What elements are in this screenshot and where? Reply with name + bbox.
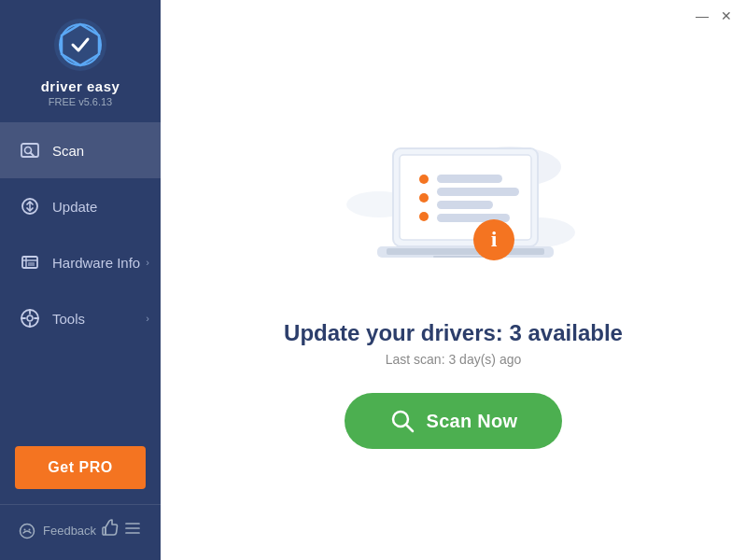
app-logo-icon [52, 17, 108, 73]
sidebar-item-scan[interactable]: Scan [0, 122, 161, 178]
sidebar: driver easy FREE v5.6.13 Scan [0, 0, 161, 560]
logo-area: driver easy FREE v5.6.13 [0, 0, 161, 122]
minimize-button[interactable]: — [694, 7, 711, 24]
feedback-icon [19, 523, 35, 539]
scan-now-button[interactable]: Scan Now [345, 393, 563, 449]
scan-nav-icon [19, 139, 41, 161]
svg-rect-10 [28, 262, 35, 266]
scan-now-label: Scan Now [427, 411, 518, 432]
illustration: i [323, 111, 584, 298]
svg-line-42 [406, 425, 413, 431]
sidebar-footer: Feedback [0, 504, 161, 560]
sidebar-item-hardware-info[interactable]: Hardware Info › [0, 234, 161, 290]
logo-text: driver easy [41, 78, 120, 94]
update-nav-icon [19, 195, 41, 217]
svg-rect-34 [437, 201, 493, 209]
main-subtitle: Last scan: 3 day(s) ago [386, 352, 522, 367]
svg-line-4 [31, 153, 35, 157]
main-title: Update your drivers: 3 available [284, 320, 623, 346]
nav-items: Scan Update [0, 122, 161, 437]
feedback-label: Feedback [43, 524, 96, 538]
sidebar-item-tools[interactable]: Tools › [0, 290, 161, 346]
update-nav-label: Update [52, 199, 97, 215]
title-bar: — ✕ [683, 0, 746, 32]
svg-rect-20 [103, 527, 106, 535]
like-icon[interactable] [100, 518, 120, 543]
list-icon[interactable] [123, 519, 142, 542]
main-content: i Update your drivers: 3 available Last … [161, 0, 746, 560]
logo-version: FREE v5.6.13 [49, 96, 112, 107]
svg-rect-33 [437, 188, 519, 196]
svg-point-30 [419, 193, 429, 203]
hardware-info-nav-label: Hardware Info [52, 255, 140, 271]
get-pro-button[interactable]: Get PRO [15, 446, 146, 489]
scan-button-icon [389, 408, 415, 434]
svg-point-12 [27, 315, 33, 321]
svg-point-31 [419, 212, 429, 221]
svg-point-29 [419, 175, 429, 184]
hardware-info-nav-icon [19, 251, 41, 273]
svg-text:i: i [490, 227, 497, 251]
tools-nav-label: Tools [52, 311, 85, 327]
hardware-info-chevron: › [146, 257, 149, 268]
scan-nav-label: Scan [52, 143, 84, 159]
tools-nav-icon [19, 307, 41, 329]
svg-point-19 [29, 528, 31, 530]
svg-point-18 [24, 528, 26, 530]
close-button[interactable]: ✕ [718, 7, 735, 24]
svg-rect-32 [437, 175, 502, 183]
svg-rect-37 [387, 248, 544, 255]
tools-chevron: › [146, 313, 149, 324]
feedback-button[interactable]: Feedback [19, 523, 96, 539]
sidebar-item-update[interactable]: Update [0, 178, 161, 234]
